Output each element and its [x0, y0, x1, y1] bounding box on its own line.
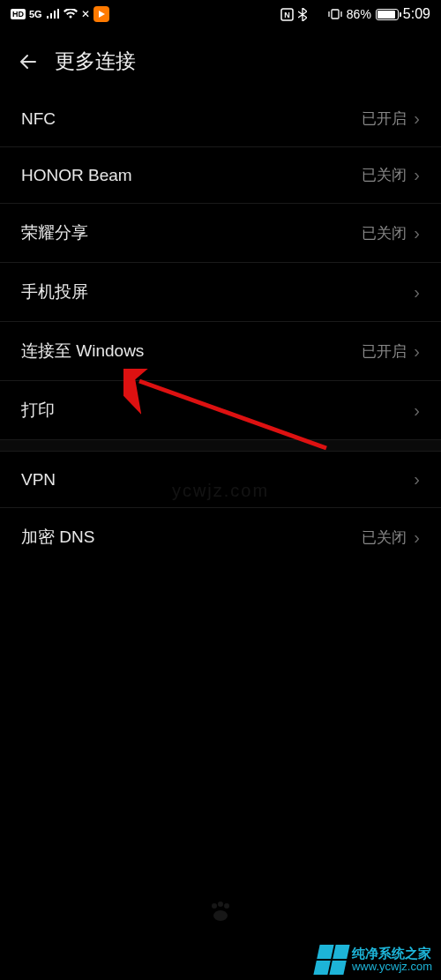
chevron-right-icon: ›	[414, 165, 420, 185]
item-label: 连接至 Windows	[21, 340, 144, 363]
svg-text:N: N	[284, 11, 290, 19]
paw-icon	[208, 901, 233, 927]
chevron-right-icon: ›	[414, 400, 420, 421]
item-status: 已关闭	[362, 165, 407, 185]
item-vpn[interactable]: VPN ›	[0, 452, 441, 508]
item-status: 已关闭	[362, 223, 407, 243]
watermark-bottom: 纯净系统之家 www.ycwjz.com	[308, 939, 441, 980]
watermark-logo-icon	[313, 945, 349, 975]
status-right: N 86% 5:09	[280, 6, 430, 22]
back-button[interactable]	[18, 51, 39, 72]
item-honor-share[interactable]: 荣耀分享 已关闭 ›	[0, 204, 441, 263]
item-label: 打印	[21, 399, 55, 422]
watermark-url: www.ycwjz.com	[352, 961, 432, 973]
item-label: NFC	[21, 109, 56, 129]
item-print[interactable]: 打印 ›	[0, 381, 441, 439]
item-status: 已开启	[362, 341, 407, 362]
item-honor-beam[interactable]: HONOR Beam 已关闭 ›	[0, 147, 441, 204]
vibrate-icon	[328, 8, 342, 20]
signal-icon	[46, 9, 60, 19]
item-nfc[interactable]: NFC 已开启 ›	[0, 91, 441, 147]
settings-list: NFC 已开启 › HONOR Beam 已关闭 › 荣耀分享 已关闭 › 手机…	[0, 91, 441, 566]
item-label: VPN	[21, 470, 56, 490]
bluetooth-icon	[298, 8, 307, 21]
item-screen-cast[interactable]: 手机投屏 ›	[0, 263, 441, 322]
svg-point-4	[212, 903, 217, 909]
battery-pct: 86%	[347, 7, 371, 21]
nfc-icon: N	[280, 8, 294, 21]
svg-rect-2	[332, 10, 339, 19]
clock: 5:09	[403, 6, 430, 22]
chevron-right-icon: ›	[414, 341, 420, 362]
item-status: 已关闭	[362, 527, 407, 548]
no-data-icon: ✕	[81, 8, 90, 20]
network-5g: 5G	[29, 9, 42, 19]
item-status: 已开启	[362, 108, 407, 129]
item-connect-windows[interactable]: 连接至 Windows 已开启 ›	[0, 322, 441, 381]
dnd-moon-icon	[311, 8, 324, 20]
hd-badge: HD	[11, 9, 26, 19]
wifi-icon	[64, 9, 78, 19]
watermark-brand: 纯净系统之家	[352, 946, 432, 961]
item-label: HONOR Beam	[21, 166, 132, 185]
item-label: 荣耀分享	[21, 221, 88, 244]
chevron-right-icon: ›	[414, 108, 420, 129]
svg-point-5	[218, 901, 223, 907]
svg-point-6	[224, 903, 229, 909]
page-header: 更多连接	[0, 28, 441, 91]
svg-point-7	[213, 910, 228, 921]
chevron-right-icon: ›	[414, 469, 420, 490]
item-label: 手机投屏	[21, 281, 88, 303]
chevron-right-icon: ›	[414, 527, 420, 548]
status-bar: HD 5G ✕ N 86% 5:09	[0, 0, 441, 28]
media-play-icon	[93, 6, 109, 22]
item-label: 加密 DNS	[21, 526, 94, 549]
section-divider	[0, 439, 441, 452]
chevron-right-icon: ›	[414, 223, 420, 243]
status-left: HD 5G ✕	[11, 6, 109, 22]
page-title: 更多连接	[55, 48, 136, 75]
item-encrypted-dns[interactable]: 加密 DNS 已关闭 ›	[0, 508, 441, 566]
battery-icon	[376, 9, 399, 20]
chevron-right-icon: ›	[414, 282, 420, 303]
